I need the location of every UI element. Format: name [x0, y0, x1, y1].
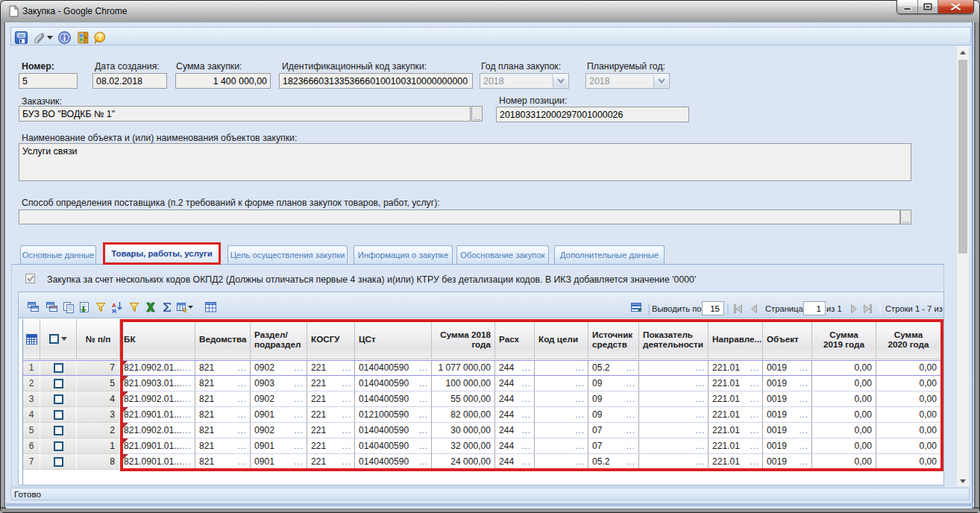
svg-text:Я: Я	[112, 308, 116, 314]
svg-text:?: ?	[98, 33, 102, 42]
